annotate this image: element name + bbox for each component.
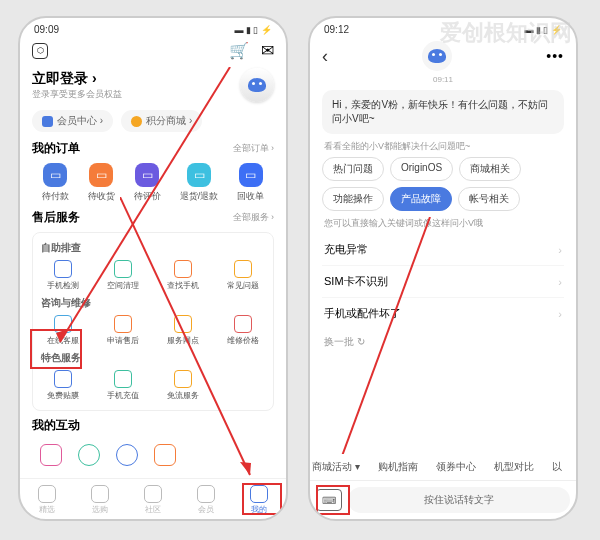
grid-item[interactable]: 手机充值 [93, 370, 153, 401]
grid-item[interactable]: 维修价格 [213, 315, 273, 346]
settings-icon[interactable]: ⬡ [32, 43, 48, 59]
login-sub: 登录享受更多会员权益 [32, 88, 122, 101]
quick-item[interactable]: 机型对比 [494, 460, 534, 474]
order-item[interactable]: ▭退货/退款 [180, 163, 219, 203]
statusbar: 09:09 ▬ ▮ ▯ ⚡ [20, 18, 286, 37]
tag-item[interactable]: 产品故障 [390, 187, 452, 211]
statusbar-2: 09:12 ▬ ▮ ▯ ⚡ [310, 18, 576, 37]
grid-item[interactable]: 空间清理 [93, 260, 153, 291]
quick-scroll[interactable]: 商城活动 ▾购机指南领券中心机型对比以 [310, 454, 576, 480]
grid-item[interactable]: 免费贴膜 [33, 370, 93, 401]
list-item[interactable]: SIM卡不识别› [322, 266, 564, 298]
phone-left: 09:09 ▬ ▮ ▯ ⚡ ⬡ 🛒 ✉ 立即登录 › 登录享受更多会员权益 会员… [18, 16, 288, 521]
orders-more[interactable]: 全部订单 › [233, 142, 275, 155]
interact-title: 我的互动 [32, 417, 80, 434]
grid-item[interactable]: 常见问题 [213, 260, 273, 291]
tag-item[interactable]: 功能操作 [322, 187, 384, 211]
star-icon[interactable] [154, 444, 176, 466]
phones-container: 09:09 ▬ ▮ ▯ ⚡ ⬡ 🛒 ✉ 立即登录 › 登录享受更多会员权益 会员… [0, 0, 600, 540]
tab-item[interactable]: 会员 [197, 485, 215, 515]
order-item[interactable]: ▭回收单 [237, 163, 264, 203]
cart-icon[interactable]: 🛒 [229, 41, 249, 60]
status-icons-2: ▬ ▮ ▯ ⚡ [524, 25, 562, 35]
after-more[interactable]: 全部服务 › [233, 211, 275, 224]
g1-label: 自助排查 [33, 239, 273, 257]
check-icon[interactable] [78, 444, 100, 466]
grid-item[interactable]: 申请售后 [93, 315, 153, 346]
tab-item[interactable]: 选购 [91, 485, 109, 515]
grid-item[interactable]: 查找手机 [153, 260, 213, 291]
order-item[interactable]: ▭待收货 [88, 163, 115, 203]
after-title: 售后服务 [32, 209, 80, 226]
list-item[interactable]: 手机或配件坏了› [322, 298, 564, 329]
order-item[interactable]: ▭待评价 [134, 163, 161, 203]
tag-item[interactable]: 商城相关 [459, 157, 521, 181]
time-icon[interactable] [116, 444, 138, 466]
tab-item[interactable]: 我的 [250, 485, 268, 515]
msg-time: 09:11 [322, 75, 564, 84]
quick-item[interactable]: 领券中心 [436, 460, 476, 474]
g3-label: 特色服务 [33, 349, 273, 367]
tabbar: 精选选购社区会员我的 [20, 478, 286, 519]
time-label: 09:09 [34, 24, 59, 35]
coin-icon [131, 116, 142, 127]
bookmark-icon[interactable] [40, 444, 62, 466]
list-item[interactable]: 充电异常› [322, 234, 564, 266]
services-box: 自助排查 手机检测空间清理查找手机常见问题 咨询与维修 在线客服申请售后服务网点… [32, 232, 274, 411]
quick-item[interactable]: 以 [552, 460, 562, 474]
quick-list: 充电异常›SIM卡不识别›手机或配件坏了› [322, 234, 564, 329]
phone-right: 09:12 ▬ ▮ ▯ ⚡ ‹ ••• 09:11 Hi，亲爱的V粉，新年快乐！… [308, 16, 578, 521]
tags-label: 看看全能的小V都能解决什么问题吧~ [324, 140, 562, 153]
topbar: ⬡ 🛒 ✉ [32, 37, 274, 64]
chat-header: ‹ ••• [322, 37, 564, 73]
chevron-right-icon: › [558, 244, 562, 256]
keyboard-icon[interactable]: ⌨ [316, 489, 342, 511]
refresh-button[interactable]: 换一批 ↻ [324, 335, 562, 349]
login-row[interactable]: 立即登录 › 登录享受更多会员权益 [32, 68, 274, 102]
grid-item[interactable]: 免流服务 [153, 370, 213, 401]
chip-member[interactable]: 会员中心 › [32, 110, 113, 132]
bot-avatar[interactable] [422, 41, 452, 71]
chevron-right-icon: › [558, 276, 562, 288]
more-icon[interactable]: ••• [546, 48, 564, 64]
login-title: 立即登录 › [32, 70, 122, 88]
quick-item[interactable]: 商城活动 ▾ [312, 460, 360, 474]
chip-points[interactable]: 积分商城 › [121, 110, 202, 132]
tab-item[interactable]: 精选 [38, 485, 56, 515]
voice-button[interactable]: 按住说话转文字 [348, 487, 570, 513]
status-icons: ▬ ▮ ▯ ⚡ [234, 25, 272, 35]
tag-row: 热门问题OriginOS商城相关功能操作产品故障帐号相关 [322, 157, 564, 211]
tag-item[interactable]: OriginOS [390, 157, 453, 181]
input-row: ⌨ 按住说话转文字 [310, 480, 576, 519]
quick-item[interactable]: 购机指南 [378, 460, 418, 474]
greeting-bubble: Hi，亲爱的V粉，新年快乐！有什么问题，不妨问问小V吧~ [322, 90, 564, 134]
g2-label: 咨询与维修 [33, 294, 273, 312]
avatar[interactable] [240, 68, 274, 102]
tab-item[interactable]: 社区 [144, 485, 162, 515]
chevron-right-icon: › [558, 308, 562, 320]
diamond-icon [42, 116, 53, 127]
back-icon[interactable]: ‹ [322, 46, 328, 67]
grid-item[interactable]: 手机检测 [33, 260, 93, 291]
order-item[interactable]: ▭待付款 [42, 163, 69, 203]
message-icon[interactable]: ✉ [261, 41, 274, 60]
list-label: 您可以直接输入关键词或像这样问小V哦 [324, 217, 562, 230]
tag-item[interactable]: 帐号相关 [458, 187, 520, 211]
grid-item[interactable]: 服务网点 [153, 315, 213, 346]
orders-title: 我的订单 [32, 140, 80, 157]
grid-item[interactable]: 在线客服 [33, 315, 93, 346]
tag-item[interactable]: 热门问题 [322, 157, 384, 181]
time-label-2: 09:12 [324, 24, 349, 35]
